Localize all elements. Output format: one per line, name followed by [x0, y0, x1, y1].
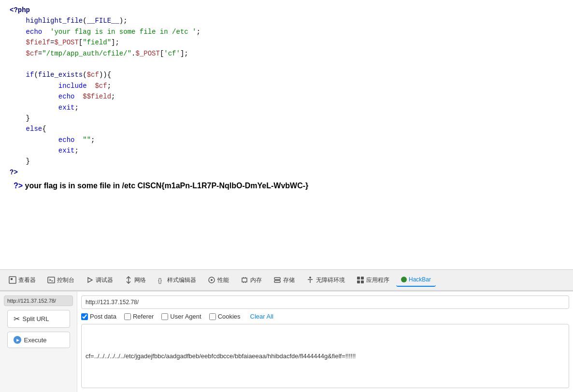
- code-line-13: echo "";: [10, 135, 563, 145]
- style-editor-icon: {}: [158, 276, 165, 284]
- hackbar-sidebar: http://121.37.152.78/ ✂ Split URL Execut…: [0, 292, 77, 392]
- split-url-button[interactable]: ✂ Split URL: [7, 310, 70, 328]
- hackbar-main: Post data Referer User Agent Cookies Cle…: [77, 292, 573, 392]
- code-line-4: $fielf=$_POST["field"];: [10, 37, 563, 48]
- post-data-input[interactable]: [81, 324, 569, 388]
- code-line-6: [10, 59, 563, 70]
- sidebar-url-display: http://121.37.152.78/: [4, 295, 73, 306]
- tab-console-label: 控制台: [57, 276, 74, 284]
- inspector-icon: [9, 276, 16, 284]
- tab-memory-label: 内存: [250, 276, 262, 284]
- code-line-10: exit;: [10, 102, 563, 113]
- tab-debugger[interactable]: 调试器: [81, 273, 118, 287]
- network-icon: [125, 276, 132, 284]
- split-url-label: Split URL: [23, 315, 49, 322]
- tab-style-editor[interactable]: {} 样式编辑器: [153, 273, 201, 287]
- scissors-icon: ✂: [14, 314, 20, 323]
- svg-rect-1: [11, 278, 13, 280]
- tab-memory[interactable]: 内存: [236, 273, 267, 287]
- svg-point-8: [211, 279, 213, 281]
- code-display: <?php highlight_file(__FILE__); echo 'yo…: [0, 0, 573, 290]
- svg-rect-19: [361, 277, 364, 280]
- hackbar-dot-icon: [401, 277, 407, 282]
- referer-checkbox-label[interactable]: Referer: [124, 313, 154, 320]
- performance-icon: [208, 276, 215, 284]
- code-line-9: echo $$field;: [10, 91, 563, 102]
- tab-debugger-label: 调试器: [96, 276, 113, 284]
- code-line-16: ?>: [10, 167, 563, 178]
- code-line-7: if(file_exists($cf)){: [10, 70, 563, 80]
- tab-accessibility[interactable]: 无障碍环境: [301, 273, 350, 287]
- code-line-12: else{: [10, 124, 563, 134]
- code-line-8: include $cf;: [10, 81, 563, 91]
- tab-apps[interactable]: 应用程序: [352, 273, 394, 287]
- clear-all-label: Clear All: [250, 313, 273, 320]
- svg-point-15: [309, 277, 311, 279]
- post-data-checkbox-label[interactable]: Post data: [81, 313, 116, 320]
- tab-apps-label: 应用程序: [366, 276, 389, 284]
- code-line-3: echo 'your flag is in some file in /etc …: [10, 27, 563, 37]
- tab-storage-label: 存储: [283, 276, 295, 284]
- referer-checkbox[interactable]: [124, 313, 131, 320]
- post-data-row: [81, 324, 569, 388]
- tab-network-label: 网络: [134, 276, 146, 284]
- user-agent-label: User Agent: [170, 313, 201, 320]
- svg-rect-14: [274, 280, 280, 282]
- execute-label: Execute: [24, 336, 47, 344]
- execute-icon: [14, 336, 21, 344]
- tab-inspector-label: 查看器: [18, 276, 36, 284]
- accessibility-icon: [306, 276, 314, 284]
- memory-icon: [241, 276, 248, 284]
- tab-inspector[interactable]: 查看器: [4, 273, 41, 287]
- devtools-toolbar: 查看器 控制台 调试器 网络 {} 样式编辑器 性能 内存: [0, 269, 573, 291]
- hackbar-panel: http://121.37.152.78/ ✂ Split URL Execut…: [0, 291, 573, 392]
- url-input-row: [81, 295, 569, 309]
- svg-rect-18: [357, 277, 360, 280]
- svg-marker-4: [88, 278, 92, 282]
- tab-hackbar[interactable]: HackBar: [396, 273, 436, 287]
- console-icon: [47, 276, 55, 284]
- post-data-checkbox[interactable]: [81, 313, 88, 320]
- cookies-label: Cookies: [218, 313, 241, 320]
- cookies-checkbox-label[interactable]: Cookies: [209, 313, 241, 320]
- code-line-1: <?php: [10, 5, 563, 15]
- referer-label: Referer: [133, 313, 154, 320]
- code-line-14: exit;: [10, 145, 563, 156]
- tab-performance-label: 性能: [217, 276, 229, 284]
- execute-button[interactable]: Execute: [7, 332, 70, 348]
- code-line-11: }: [10, 113, 563, 124]
- url-input[interactable]: [81, 295, 569, 309]
- code-line-15: }: [10, 156, 563, 167]
- post-data-label: Post data: [90, 313, 116, 320]
- cookies-checkbox[interactable]: [209, 313, 216, 320]
- options-row: Post data Referer User Agent Cookies Cle…: [81, 313, 569, 320]
- code-line-5: $cf="/tmp/app_auth/cfile/".$_POST['cf'];: [10, 48, 563, 59]
- tab-accessibility-label: 无障碍环境: [316, 276, 345, 284]
- user-agent-checkbox-label[interactable]: User Agent: [161, 313, 201, 320]
- apps-icon: [357, 276, 364, 284]
- output-line: ?> your flag is in some file in /etc CIS…: [10, 178, 563, 194]
- svg-rect-21: [361, 280, 364, 283]
- storage-icon: [273, 276, 281, 284]
- tab-network[interactable]: 网络: [120, 273, 151, 287]
- user-agent-checkbox[interactable]: [161, 313, 168, 320]
- tab-console[interactable]: 控制台: [43, 273, 79, 287]
- svg-rect-20: [357, 280, 360, 283]
- clear-all-button[interactable]: Clear All: [248, 313, 275, 320]
- svg-rect-13: [274, 278, 280, 280]
- tab-hackbar-label: HackBar: [409, 276, 431, 283]
- code-line-2: highlight_file(__FILE__);: [10, 15, 563, 26]
- tab-storage[interactable]: 存储: [269, 273, 300, 287]
- debugger-icon: [86, 276, 94, 284]
- tab-style-editor-label: 样式编辑器: [167, 276, 196, 284]
- tab-performance[interactable]: 性能: [203, 273, 234, 287]
- svg-text:{}: {}: [158, 277, 162, 284]
